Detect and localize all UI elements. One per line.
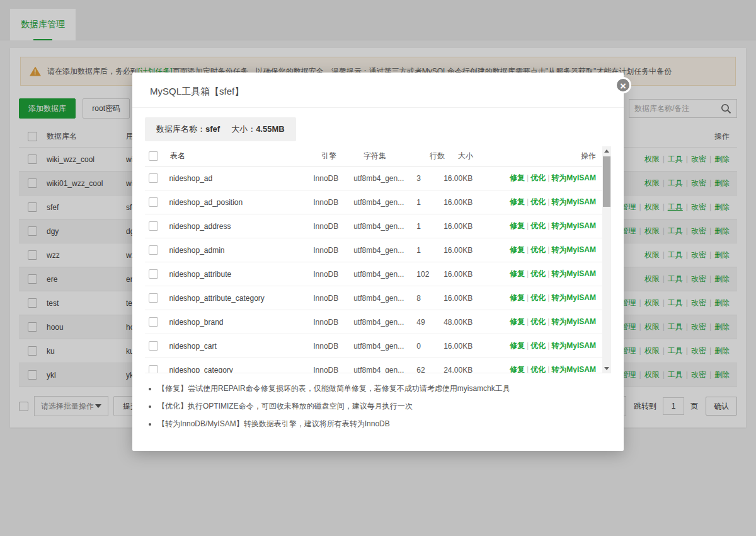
table-rows-count: 1 bbox=[416, 246, 444, 255]
table-engine: InnoDB bbox=[313, 366, 353, 374]
row-checkbox[interactable] bbox=[149, 317, 158, 327]
row-operations: 修复|优化|转为MyISAM bbox=[510, 317, 602, 327]
op-separator: | bbox=[547, 173, 549, 182]
table-rows-count: 62 bbox=[416, 366, 444, 374]
op-link-convert[interactable]: 转为MyISAM bbox=[551, 173, 596, 182]
table-row: nideshop_categoryInnoDButf8mb4_gen...622… bbox=[145, 358, 602, 373]
row-checkbox[interactable] bbox=[149, 269, 158, 279]
col-header-charset: 字符集 bbox=[364, 151, 430, 161]
row-checkbox[interactable] bbox=[149, 221, 158, 231]
scrollbar-thumb[interactable] bbox=[603, 156, 610, 207]
op-link-convert[interactable]: 转为MyISAM bbox=[551, 293, 596, 302]
row-checkbox-cell bbox=[145, 269, 169, 279]
table-charset: utf8mb4_gen... bbox=[353, 246, 416, 255]
op-link-convert[interactable]: 转为MyISAM bbox=[551, 197, 596, 206]
scroll-up-icon[interactable] bbox=[602, 146, 611, 155]
db-size-value: 4.55MB bbox=[256, 124, 285, 134]
table-rows-count: 1 bbox=[416, 222, 444, 231]
row-checkbox[interactable] bbox=[149, 341, 158, 351]
op-link-repair[interactable]: 修复 bbox=[510, 317, 525, 326]
op-link-optimize[interactable]: 优化 bbox=[530, 341, 546, 350]
op-link-optimize[interactable]: 优化 bbox=[530, 197, 546, 206]
table-rows-count: 8 bbox=[416, 294, 444, 303]
table-size: 16.00KB bbox=[444, 342, 510, 351]
row-checkbox-cell bbox=[145, 197, 169, 207]
row-checkbox[interactable] bbox=[149, 293, 158, 303]
op-link-optimize[interactable]: 优化 bbox=[530, 173, 546, 182]
row-checkbox-cell bbox=[145, 293, 169, 303]
op-link-repair[interactable]: 修复 bbox=[510, 341, 525, 350]
op-link-convert[interactable]: 转为MyISAM bbox=[551, 269, 596, 278]
mysql-toolbox-modal: × MySQL工具箱【sfef】 数据库名称：sfef大小：4.55MB 表名 … bbox=[132, 73, 624, 451]
op-separator: | bbox=[547, 293, 549, 302]
row-operations: 修复|优化|转为MyISAM bbox=[510, 173, 602, 184]
row-operations: 修复|优化|转为MyISAM bbox=[510, 341, 602, 351]
op-link-optimize[interactable]: 优化 bbox=[530, 293, 546, 302]
table-charset: utf8mb4_gen... bbox=[353, 342, 416, 351]
table-engine: InnoDB bbox=[313, 198, 353, 207]
op-link-repair[interactable]: 修复 bbox=[510, 245, 525, 254]
op-separator: | bbox=[547, 269, 549, 278]
tables-list: 表名 引擎 字符集 行数 大小 操作 nideshop_adInnoDButf8… bbox=[145, 146, 602, 373]
row-checkbox-cell bbox=[145, 173, 169, 183]
op-link-convert[interactable]: 转为MyISAM bbox=[551, 341, 596, 350]
op-separator: | bbox=[547, 245, 549, 254]
op-link-repair[interactable]: 修复 bbox=[510, 365, 525, 373]
op-separator: | bbox=[527, 197, 529, 206]
op-separator: | bbox=[527, 245, 529, 254]
table-row: nideshop_ad_positionInnoDButf8mb4_gen...… bbox=[145, 190, 602, 214]
row-checkbox[interactable] bbox=[149, 173, 158, 183]
row-checkbox-cell bbox=[145, 365, 169, 373]
table-name: nideshop_admin bbox=[169, 246, 313, 255]
scroll-down-icon[interactable] bbox=[602, 364, 611, 373]
table-engine: InnoDB bbox=[313, 294, 353, 303]
op-link-repair[interactable]: 修复 bbox=[510, 269, 525, 278]
table-row: nideshop_addressInnoDButf8mb4_gen...116.… bbox=[145, 214, 602, 238]
row-checkbox-cell bbox=[145, 245, 169, 255]
modal-select-all-checkbox[interactable] bbox=[149, 151, 158, 161]
note-item: 【修复】尝试使用REPAIR命令修复损坏的表，仅能做简单修复，若修复不成功请考虑… bbox=[158, 383, 611, 394]
op-link-optimize[interactable]: 优化 bbox=[530, 245, 546, 254]
db-name-label: 数据库名称： bbox=[156, 124, 205, 134]
table-name: nideshop_brand bbox=[169, 318, 313, 327]
note-item: 【优化】执行OPTIMIZE命令，可回收未释放的磁盘空间，建议每月执行一次 bbox=[158, 401, 611, 412]
row-checkbox[interactable] bbox=[149, 197, 158, 207]
table-rows-count: 49 bbox=[416, 318, 444, 327]
col-header-rows: 行数 bbox=[430, 151, 458, 161]
tables-list-header: 表名 引擎 字符集 行数 大小 操作 bbox=[145, 146, 602, 166]
table-charset: utf8mb4_gen... bbox=[353, 318, 416, 327]
op-link-optimize[interactable]: 优化 bbox=[530, 221, 546, 230]
modal-title: MySQL工具箱【sfef】 bbox=[132, 73, 624, 108]
table-size: 24.00KB bbox=[444, 366, 510, 374]
op-separator: | bbox=[527, 269, 529, 278]
op-link-repair[interactable]: 修复 bbox=[510, 221, 525, 230]
op-link-repair[interactable]: 修复 bbox=[510, 293, 525, 302]
table-engine: InnoDB bbox=[313, 342, 353, 351]
table-rows-count: 3 bbox=[416, 174, 444, 183]
op-link-optimize[interactable]: 优化 bbox=[530, 269, 546, 278]
row-checkbox-cell bbox=[145, 341, 169, 351]
op-link-repair[interactable]: 修复 bbox=[510, 173, 525, 182]
row-operations: 修复|优化|转为MyISAM bbox=[510, 364, 602, 373]
database-info-bar: 数据库名称：sfef大小：4.55MB bbox=[145, 117, 296, 141]
row-checkbox[interactable] bbox=[149, 365, 158, 373]
op-link-convert[interactable]: 转为MyISAM bbox=[551, 317, 596, 326]
table-size: 16.00KB bbox=[444, 294, 510, 303]
row-checkbox[interactable] bbox=[149, 245, 158, 255]
op-link-optimize[interactable]: 优化 bbox=[530, 317, 546, 326]
table-rows-count: 0 bbox=[416, 342, 444, 351]
op-link-convert[interactable]: 转为MyISAM bbox=[551, 221, 596, 230]
op-separator: | bbox=[527, 341, 529, 350]
table-name: nideshop_cart bbox=[169, 342, 313, 351]
op-link-convert[interactable]: 转为MyISAM bbox=[551, 245, 596, 254]
op-link-repair[interactable]: 修复 bbox=[510, 197, 525, 206]
op-link-optimize[interactable]: 优化 bbox=[530, 365, 546, 373]
table-size: 16.00KB bbox=[444, 198, 510, 207]
close-icon[interactable]: × bbox=[615, 77, 631, 93]
scrollbar[interactable] bbox=[602, 146, 611, 373]
table-rows-count: 102 bbox=[416, 270, 444, 279]
row-operations: 修复|优化|转为MyISAM bbox=[510, 245, 602, 255]
op-link-convert[interactable]: 转为MyISAM bbox=[551, 365, 596, 373]
table-engine: InnoDB bbox=[313, 246, 353, 255]
op-separator: | bbox=[547, 221, 549, 230]
